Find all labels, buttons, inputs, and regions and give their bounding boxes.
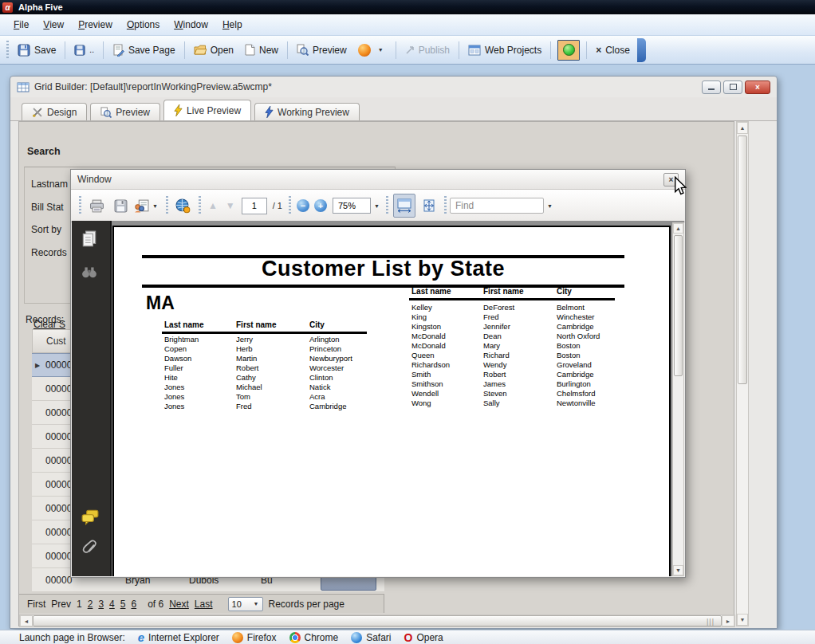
tab-label: Design (47, 107, 77, 118)
web-projects-button[interactable]: Web Projects (463, 41, 547, 59)
save-button[interactable]: Save (12, 41, 61, 60)
menu-item[interactable]: Window (167, 17, 215, 33)
magnifier-icon (297, 44, 309, 56)
browser-chrome[interactable]: Chrome (289, 632, 339, 643)
minimize-button[interactable] (702, 80, 721, 94)
save-as-button[interactable]: .. (69, 41, 100, 59)
toolbar-grip[interactable] (6, 41, 9, 60)
menu-item[interactable]: File (6, 17, 36, 33)
paperclip-icon[interactable] (81, 540, 99, 559)
thumbnails-icon[interactable] (81, 230, 97, 248)
cell-firstname: Richard (483, 351, 510, 359)
cell-lastname: Fuller (164, 363, 183, 372)
vertical-scrollbar[interactable]: ▲ ▼ (736, 121, 749, 626)
binoculars-search-icon[interactable] (81, 265, 97, 278)
maximize-button[interactable] (723, 80, 742, 94)
table-row: Copen Herb Princeton (162, 344, 367, 354)
tab-working-preview[interactable]: Working Preview (254, 103, 360, 120)
scroll-down-button[interactable]: ▼ (673, 565, 683, 575)
browser-select-button[interactable]: ▼ (352, 41, 392, 60)
tab-preview[interactable]: Preview (90, 103, 160, 120)
cell-firstname: Fred (236, 402, 252, 410)
pagination-page-link[interactable]: 2 (88, 599, 93, 610)
pagination-page-link[interactable]: 6 (131, 599, 136, 610)
find-input[interactable] (450, 198, 544, 214)
cell-city: Boston (557, 351, 581, 359)
cell-firstname: James (483, 379, 506, 388)
browser-opera[interactable]: O Opera (404, 631, 443, 644)
page-down-icon[interactable]: ▼ (226, 200, 235, 211)
scroll-up-button[interactable]: ▲ (737, 122, 748, 134)
cell-city: Clinton (309, 373, 333, 382)
print-button[interactable] (86, 194, 107, 217)
pagination-page-link[interactable]: 3 (98, 599, 104, 610)
fit-page-button[interactable] (419, 194, 439, 217)
page-vertical-scrollbar[interactable]: ▲ ▼ (672, 222, 684, 576)
pagination-page-link[interactable]: 4 (109, 599, 115, 610)
close-button[interactable]: × Close (590, 41, 636, 59)
pagination-next[interactable]: Next (169, 599, 189, 610)
report-viewer-body: Customer List by State MA Last name Firs… (72, 221, 684, 576)
row-cell: 00000 (45, 383, 72, 395)
scrollbar-thumb[interactable]: ||| (33, 615, 722, 626)
chevron-down-icon: ▼ (152, 203, 158, 209)
horizontal-scrollbar[interactable]: ◄ ||| ► (19, 615, 735, 627)
browser-internet-explorer[interactable]: e Internet Explorer (138, 630, 219, 644)
table-row: Smith Robert Cambridge (409, 370, 615, 379)
preview-button[interactable]: Preview (291, 41, 352, 59)
pagination-last[interactable]: Last (195, 599, 213, 610)
browser-safari[interactable]: Safari (351, 632, 391, 643)
cell-lastname: McDonald (411, 341, 446, 350)
report-window-titlebar[interactable]: Window × (71, 170, 685, 190)
tab-design[interactable]: Design (22, 103, 87, 120)
scroll-right-button[interactable]: ► (722, 615, 734, 626)
save-report-button[interactable] (110, 194, 131, 217)
page-size-select[interactable]: 10 ▼ (228, 597, 263, 611)
status-indicator-button[interactable] (557, 40, 580, 61)
pagination-page-link[interactable]: 5 (120, 599, 126, 610)
page-number-input[interactable]: 1 (242, 198, 267, 214)
menu-item[interactable]: View (36, 17, 71, 33)
records-per-page-label: Records per page (269, 599, 345, 610)
publish-button[interactable]: Publish (400, 41, 455, 59)
page-total-label: / 1 (273, 201, 282, 210)
scrollbar-thumb[interactable] (738, 135, 747, 384)
chevron-down-icon[interactable]: ▼ (374, 203, 380, 209)
zoom-in-button[interactable]: + (314, 199, 327, 212)
pagination-page-link[interactable]: 1 (77, 599, 82, 610)
browser-firefox[interactable]: Firefox (232, 632, 277, 643)
save-page-button[interactable]: Save Page (107, 41, 181, 60)
cell-city: Newtonville (557, 399, 596, 407)
cell-lastname: Kelley (411, 303, 432, 312)
toolbar-grip (79, 196, 81, 215)
comments-icon[interactable] (81, 509, 99, 525)
pagination-prev[interactable]: Prev (51, 599, 71, 610)
window-close-button[interactable]: × (745, 80, 770, 94)
chevron-down-icon[interactable]: ▼ (547, 203, 553, 209)
tab-label: Preview (116, 107, 150, 118)
web-publish-button[interactable] (173, 194, 194, 217)
cell-firstname: Jennifer (483, 322, 510, 331)
zoom-level-select[interactable]: 75% (333, 198, 371, 214)
menu-item[interactable]: Help (215, 17, 250, 33)
export-button[interactable]: ▼ (134, 194, 161, 217)
zoom-out-button[interactable]: − (297, 199, 309, 212)
fit-width-button[interactable] (393, 194, 415, 218)
menu-item[interactable]: Preview (71, 17, 120, 33)
scroll-up-button[interactable]: ▲ (673, 223, 683, 234)
floppy-icon (18, 44, 30, 57)
report-group-label: MA (146, 293, 175, 314)
new-button[interactable]: New (239, 41, 284, 59)
menu-item[interactable]: Options (120, 17, 167, 33)
page-up-icon[interactable]: ▲ (208, 200, 218, 211)
scrollbar-thumb[interactable] (674, 235, 683, 376)
open-button[interactable]: Open (188, 41, 239, 59)
alpha-five-logo-icon: α (2, 2, 13, 13)
scroll-left-button[interactable]: ◄ (20, 615, 33, 626)
row-cell: 00000 (45, 527, 72, 538)
grid-builder-titlebar[interactable]: Grid Builder: [Default]\reportInWorkingP… (10, 77, 777, 97)
pagination-first[interactable]: First (27, 599, 45, 610)
table-row: King Fred Winchester (409, 312, 615, 322)
tab-live-preview[interactable]: Live Preview (163, 100, 251, 120)
scroll-down-button[interactable]: ▼ (737, 614, 748, 626)
